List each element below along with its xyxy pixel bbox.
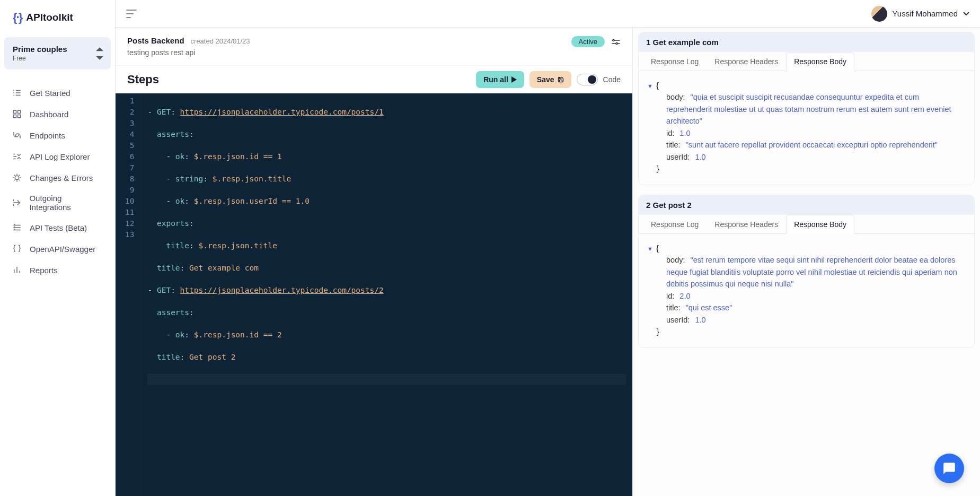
endpoints-icon (12, 130, 22, 141)
status-badge: Active (571, 36, 605, 47)
nav-label: API Log Explorer (30, 152, 90, 161)
svg-point-6 (616, 42, 617, 44)
json-key: userId: (666, 316, 690, 324)
nav-openapi[interactable]: OpenAPI/Swagger (0, 238, 115, 259)
nav-label: Outgoing Integrations (29, 194, 103, 212)
nav-api-tests[interactable]: API Tests (Beta) (0, 217, 115, 238)
json-value: 2.0 (679, 292, 690, 300)
reports-icon (12, 265, 22, 275)
nav-label: Changes & Errors (30, 173, 93, 182)
nav-endpoints[interactable]: Endpoints (0, 125, 115, 146)
logo-icon: {·} (13, 11, 22, 24)
nav-label: Endpoints (30, 131, 65, 140)
dashboard-icon (12, 109, 22, 119)
json-value: 1.0 (679, 129, 690, 137)
result-title: 1 Get example com (639, 32, 974, 52)
logo[interactable]: {·} APItoolkit (0, 0, 115, 35)
save-button[interactable]: Save (529, 71, 571, 88)
json-key: id: (666, 129, 674, 137)
json-key: body: (666, 93, 685, 101)
result-title: 2 Get post 2 (639, 195, 974, 215)
chat-fab[interactable] (934, 454, 964, 483)
json-open-brace: { (656, 244, 659, 253)
checklist-icon (12, 88, 22, 98)
json-key: title: (666, 303, 681, 312)
svg-point-4 (15, 176, 19, 180)
steps-bar: Steps Run all Save Code (116, 65, 632, 93)
nav-get-started[interactable]: Get Started (0, 82, 115, 103)
nav-reports[interactable]: Reports (0, 259, 115, 281)
json-value: "qui est esse" (686, 303, 732, 312)
test-header: Posts Backend created 2024/01/23 testing… (116, 28, 632, 65)
code-content[interactable]: - GET: https://jsonplaceholder.typicode.… (141, 93, 632, 496)
tab-response-log[interactable]: Response Log (643, 52, 707, 71)
chevron-down-icon (963, 12, 969, 16)
result-body: ▼{ body: "quia et suscipit suscipit recu… (639, 71, 974, 185)
nav-changes-errors[interactable]: Changes & Errors (0, 167, 115, 188)
nav-label: Dashboard (30, 110, 68, 119)
logo-text: APItoolkit (26, 12, 73, 23)
user-menu[interactable]: Yussif Mohammed (871, 6, 969, 22)
json-value: "sunt aut facere repellat provident occa… (686, 141, 938, 149)
code-toggle[interactable] (577, 74, 598, 85)
log-icon (12, 151, 22, 162)
json-close-brace: } (657, 164, 659, 173)
topbar: Yussif Mohammed (116, 0, 980, 28)
result-tabs: Response Log Response Headers Response B… (639, 52, 974, 71)
menu-toggle-icon[interactable] (126, 10, 137, 18)
settings-icon[interactable] (611, 37, 621, 47)
code-toggle-label: Code (603, 75, 621, 84)
tab-response-body[interactable]: Response Body (786, 215, 854, 234)
tab-response-body[interactable]: Response Body (786, 52, 854, 71)
json-key: userId: (666, 153, 690, 161)
project-tier: Free (13, 55, 102, 62)
braces-icon (12, 243, 22, 254)
tab-response-headers[interactable]: Response Headers (707, 215, 786, 234)
avatar (871, 6, 887, 22)
result-block: 2 Get post 2 Response Log Response Heade… (638, 195, 975, 348)
json-key: body: (666, 256, 685, 264)
run-all-button[interactable]: Run all (476, 71, 524, 88)
chevron-updown-icon (96, 47, 103, 60)
collapse-toggle-icon[interactable]: ▼ (647, 246, 653, 252)
svg-rect-1 (18, 110, 21, 113)
user-name: Yussif Mohammed (893, 9, 958, 18)
json-key: title: (666, 141, 681, 149)
tests-icon (12, 222, 22, 233)
nav-label: API Tests (Beta) (30, 223, 87, 232)
collapse-toggle-icon[interactable]: ▼ (647, 83, 653, 89)
svg-point-5 (613, 39, 614, 41)
test-description: testing posts rest api (127, 48, 250, 57)
nav-dashboard[interactable]: Dashboard (0, 103, 115, 125)
result-tabs: Response Log Response Headers Response B… (639, 215, 974, 234)
tab-response-log[interactable]: Response Log (643, 215, 707, 234)
nav: Get Started Dashboard Endpoints API Log … (0, 78, 115, 285)
nav-log-explorer[interactable]: API Log Explorer (0, 146, 115, 167)
nav-outgoing[interactable]: Outgoing Integrations (0, 188, 115, 217)
svg-rect-0 (13, 110, 16, 113)
steps-title: Steps (127, 73, 159, 86)
code-editor[interactable]: 12345678910111213 - GET: https://jsonpla… (116, 93, 632, 496)
result-body: ▼{ body: "est rerum tempore vitae sequi … (639, 234, 974, 347)
line-gutter: 12345678910111213 (116, 93, 141, 496)
results-panel: 1 Get example com Response Log Response … (633, 28, 980, 496)
test-created-date: created 2024/01/23 (191, 37, 250, 45)
tab-response-headers[interactable]: Response Headers (707, 52, 786, 71)
json-value: 1.0 (695, 316, 705, 324)
json-value: "quia et suscipit suscipit recusandae co… (666, 93, 951, 125)
nav-label: Reports (30, 266, 58, 275)
json-value: 1.0 (695, 153, 705, 161)
json-value: "est rerum tempore vitae sequi sint nihi… (666, 256, 957, 288)
bug-icon (12, 172, 22, 183)
json-key: id: (666, 292, 674, 300)
svg-rect-3 (18, 115, 21, 118)
chat-icon (942, 462, 956, 475)
editor-panel: Posts Backend created 2024/01/23 testing… (116, 28, 633, 496)
nav-label: OpenAPI/Swagger (30, 245, 95, 254)
nav-label: Get Started (30, 89, 70, 98)
sidebar: {·} APItoolkit Prime couples Free Get St… (0, 0, 116, 496)
project-selector[interactable]: Prime couples Free (4, 37, 111, 69)
test-title: Posts Backend (127, 36, 184, 45)
result-block: 1 Get example com Response Log Response … (638, 32, 975, 185)
project-name: Prime couples (13, 45, 102, 54)
